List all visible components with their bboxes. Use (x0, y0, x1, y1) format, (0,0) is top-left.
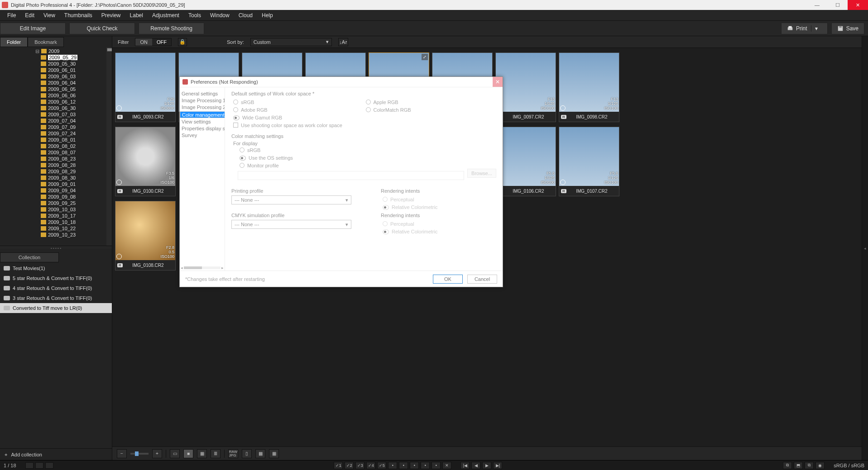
tree-item[interactable]: 2009_09_01 (0, 181, 112, 187)
menu-tools[interactable]: Tools (184, 12, 206, 19)
tab-bookmark[interactable]: Bookmark (28, 37, 64, 47)
raw-badge-icon[interactable]: RAWJPG (228, 449, 238, 458)
thumbnail[interactable]: F291/125ISO800RIMG_0093.CR2 (115, 52, 176, 122)
tree-item[interactable]: 2009_10_22 (0, 225, 112, 232)
filter-lock-icon[interactable]: 🔒 (178, 38, 187, 46)
thumbnail[interactable]: F131/125ISO100RIMG_0098.CR2 (559, 52, 619, 122)
save-button[interactable]: Save (831, 23, 864, 34)
right-panel-collapse[interactable]: ◂ (862, 36, 868, 460)
tree-item[interactable]: 2009_08_23 (0, 156, 112, 162)
tree-item[interactable]: 2009_10_17 (0, 213, 112, 219)
menu-help[interactable]: Help (257, 12, 278, 19)
status-tool[interactable]: • (432, 462, 441, 469)
menu-window[interactable]: Window (206, 12, 234, 19)
menu-adjustment[interactable]: Adjustment (148, 12, 184, 19)
radio-option[interactable]: sRGB (231, 98, 364, 106)
status-tool[interactable]: • (399, 462, 408, 469)
tree-item[interactable]: 2009_09_25 (0, 200, 112, 206)
prefs-side-item[interactable]: General settings (180, 90, 225, 97)
zoom-out-button[interactable]: − (117, 449, 127, 458)
menu-cloud[interactable]: Cloud (234, 12, 257, 19)
filter-off[interactable]: OFF (152, 38, 171, 46)
printing-profile-select[interactable]: --- None --- ▾ (231, 195, 351, 204)
tree-item[interactable]: 2009_06_01 (0, 67, 112, 73)
radio-option[interactable]: Apple RGB (364, 98, 497, 106)
status-view-icon[interactable]: ◉ (815, 462, 825, 469)
print-button[interactable]: Print ▾ (781, 23, 828, 34)
thumbnail[interactable]: F2.80.5ISO100RIMG_0108.CR2 (115, 201, 176, 271)
zoom-slider[interactable] (130, 453, 149, 455)
status-tool[interactable]: • (421, 462, 430, 469)
status-tool[interactable]: ✕ (442, 462, 451, 469)
dialog-close-button[interactable]: ✕ (493, 77, 503, 87)
filter-toggle[interactable]: ON OFF (135, 38, 172, 46)
prefs-side-item[interactable]: Image Processing 1 (180, 97, 225, 104)
status-tool[interactable]: ✓4 (366, 462, 375, 469)
radio-option[interactable]: Perceptual (381, 195, 437, 203)
status-tool[interactable]: • (410, 462, 419, 469)
layout-switches[interactable] (25, 462, 53, 469)
tree-item[interactable]: 2009_09_08 (0, 194, 112, 200)
quick-check-button[interactable]: Quick Check (69, 23, 135, 34)
view-single-button[interactable]: ▭ (170, 449, 180, 458)
status-tool[interactable]: ▶| (493, 462, 502, 469)
tree-item[interactable]: 2009_08_29 (0, 168, 112, 175)
thumbnail[interactable]: F5.61/125ISO100RIMG_0106.CR2 (495, 127, 556, 196)
menu-file[interactable]: File (3, 12, 20, 19)
tree-item[interactable]: 2009_07_24 (0, 130, 112, 137)
tree-item[interactable]: 2009_06_05 (0, 86, 112, 92)
tree-item[interactable]: 2009_06_06 (0, 92, 112, 99)
cancel-button[interactable]: Cancel (467, 275, 497, 284)
use-shooting-colorspace-check[interactable]: Use shooting color space as work color s… (231, 121, 496, 129)
prefs-side-item[interactable]: Properties display settings (180, 125, 225, 132)
radio-option[interactable]: Adobe RGB (231, 106, 364, 114)
status-tool[interactable]: • (388, 462, 397, 469)
thumbnail[interactable]: F5.61/125ISO100RIMG_0107.CR2 (559, 127, 619, 196)
menu-thumbnails[interactable]: Thumbnails (60, 12, 97, 19)
tree-item[interactable]: 2009_07_03 (0, 111, 112, 118)
tree-item[interactable]: 2009_07_09 (0, 124, 112, 130)
tree-item[interactable]: 2009_09_04 (0, 187, 112, 194)
browse-button[interactable]: Browse... (467, 169, 496, 178)
edit-image-button[interactable]: Edit Image (0, 23, 66, 34)
status-view-icon[interactable]: ⧉ (783, 462, 792, 469)
tree-item[interactable]: 2009_06_04 (0, 80, 112, 86)
status-tool[interactable]: ▶ (482, 462, 491, 469)
view-fill-button[interactable]: ■ (183, 449, 193, 458)
radio-option[interactable]: Use the OS settings (238, 154, 496, 161)
collection-item[interactable]: Test Movies(1) (0, 263, 112, 273)
menu-edit[interactable]: Edit (20, 12, 39, 19)
thumbnail[interactable]: F131/125ISO100RIMG_0097.CR2 (495, 52, 556, 122)
tree-item[interactable]: 2009_10_03 (0, 206, 112, 213)
add-collection-button[interactable]: + Add collection (0, 448, 112, 460)
grid3-icon[interactable]: ▦ (269, 449, 279, 458)
tree-item[interactable]: 2009_05_30 (0, 61, 112, 67)
tree-item[interactable]: 2009_08_02 (0, 143, 112, 149)
status-tool[interactable]: ✓2 (345, 462, 354, 469)
tree-item[interactable]: 2009_08_30 (0, 175, 112, 181)
radio-option[interactable]: Wide Gamut RGB (231, 114, 364, 121)
minimize-button[interactable]: — (807, 0, 827, 10)
sort-select[interactable]: Custom ▾ (250, 38, 332, 46)
tree-root[interactable]: ⊟ 2009 (0, 48, 112, 54)
filmstrip-icon[interactable]: ▯ (242, 449, 252, 458)
zoom-in-button[interactable]: + (152, 449, 162, 458)
status-tool[interactable]: ✓3 (355, 462, 364, 469)
status-view-icon[interactable]: ⬒ (794, 462, 803, 469)
radio-option[interactable]: sRGB (238, 146, 496, 154)
view-grid-button[interactable]: ▦ (197, 449, 207, 458)
prefs-side-item[interactable]: Survey (180, 132, 225, 138)
radio-option[interactable]: ColorMatch RGB (364, 106, 497, 114)
collection-item[interactable]: 5 star Retouch & Convert to TIFF(0) (0, 273, 112, 283)
radio-option[interactable]: Relative Colorimetric (381, 203, 437, 211)
tree-item[interactable]: 2009_08_01 (0, 137, 112, 143)
filter-on[interactable]: ON (135, 38, 152, 46)
tree-item[interactable]: 2009_06_12 (0, 99, 112, 105)
prefs-side-item[interactable]: View settings (180, 118, 225, 125)
tree-item[interactable]: 2009_08_28 (0, 162, 112, 168)
collection-item[interactable]: Converted to Tiff move to LR(0) (0, 303, 112, 313)
tree-item[interactable]: 2009_10_23 (0, 232, 112, 238)
status-tool[interactable]: |◀ (460, 462, 470, 469)
status-tool[interactable]: ◀ (471, 462, 480, 469)
panel-divider[interactable]: • • • • • (0, 246, 112, 249)
